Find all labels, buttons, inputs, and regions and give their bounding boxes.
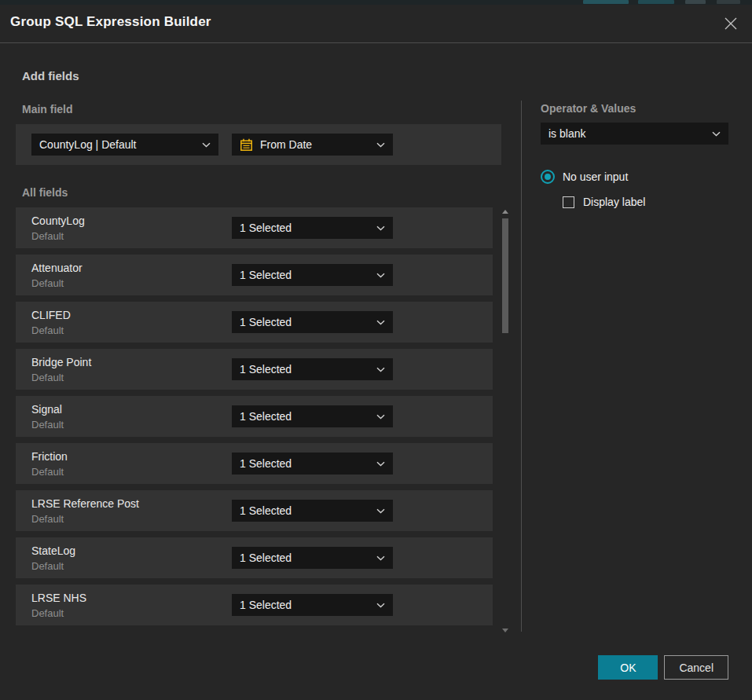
calendar-icon: [240, 138, 253, 152]
main-field-source-select[interactable]: CountyLog | Default: [31, 134, 218, 156]
field-row-select-value: 1 Selected: [240, 504, 370, 517]
field-row: Bridge Point Default 1 Selected: [16, 349, 493, 390]
field-row: StateLog Default 1 Selected: [16, 537, 493, 578]
chevron-down-icon: [376, 508, 385, 514]
main-field-row: CountyLog | Default From Date: [16, 124, 501, 165]
background-app-fragment: [638, 0, 674, 4]
dialog-title: Group SQL Expression Builder: [10, 14, 211, 30]
field-row-title: Attenuator: [31, 262, 83, 274]
field-row-select-value: 1 Selected: [240, 552, 370, 564]
field-row-select-value: 1 Selected: [240, 457, 370, 470]
field-row: LRSE NHS Default 1 Selected: [16, 585, 493, 625]
field-row-select[interactable]: 1 Selected: [232, 500, 393, 522]
scrollbar-down-arrow-icon[interactable]: [502, 629, 508, 632]
field-row: CLIFED Default 1 Selected: [16, 302, 493, 343]
close-icon: [724, 16, 738, 31]
field-row: LRSE Reference Post Default 1 Selected: [16, 490, 493, 531]
field-row-subtitle: Default: [31, 607, 64, 619]
main-field-field-select[interactable]: From Date: [232, 134, 393, 156]
field-row-subtitle: Default: [31, 277, 64, 289]
field-row-title: CountyLog: [31, 214, 85, 227]
background-app-fragment: [583, 0, 629, 4]
field-row-select-value: 1 Selected: [240, 410, 370, 423]
field-row-subtitle: Default: [31, 372, 64, 383]
background-app-fragment: [717, 0, 740, 4]
field-row-select-value: 1 Selected: [240, 599, 370, 611]
checkbox-icon: [563, 196, 574, 208]
field-row-title: StateLog: [31, 544, 75, 557]
field-row-select[interactable]: 1 Selected: [232, 594, 393, 616]
field-row-title: Friction: [31, 450, 68, 463]
field-row-select-value: 1 Selected: [240, 316, 370, 328]
chevron-down-icon: [376, 320, 385, 325]
field-row: Friction Default 1 Selected: [16, 443, 493, 484]
field-row-select[interactable]: 1 Selected: [232, 264, 393, 286]
display-label-label: Display label: [583, 196, 645, 208]
chevron-down-icon: [376, 225, 385, 231]
field-row-select[interactable]: 1 Selected: [232, 311, 393, 333]
chevron-down-icon: [376, 367, 385, 372]
no-user-input-radio[interactable]: No user input: [541, 170, 628, 184]
chevron-down-icon: [202, 142, 211, 148]
operator-select[interactable]: is blank: [541, 123, 728, 145]
all-fields-scrollbar[interactable]: [500, 207, 511, 633]
scrollbar-thumb[interactable]: [502, 218, 508, 333]
no-user-input-label: No user input: [563, 170, 628, 183]
field-row-subtitle: Default: [31, 324, 64, 336]
main-field-label: Main field: [22, 103, 73, 115]
screen: Group SQL Expression Builder Add fields …: [0, 0, 752, 700]
all-fields-label: All fields: [22, 186, 68, 199]
operator-values-heading: Operator & Values: [541, 102, 636, 115]
field-row-select-value: 1 Selected: [240, 222, 370, 234]
field-row-subtitle: Default: [31, 560, 64, 572]
field-row-select[interactable]: 1 Selected: [232, 217, 393, 239]
radio-icon: [541, 170, 555, 184]
field-row-subtitle: Default: [31, 466, 64, 478]
field-row: CountyLog Default 1 Selected: [16, 207, 493, 248]
field-row-select-value: 1 Selected: [240, 363, 370, 376]
field-row-subtitle: Default: [31, 230, 64, 242]
field-row-select[interactable]: 1 Selected: [232, 405, 393, 427]
field-row: Signal Default 1 Selected: [16, 396, 493, 437]
cancel-button[interactable]: Cancel: [664, 655, 728, 680]
chevron-down-icon: [376, 555, 385, 561]
chevron-down-icon: [376, 461, 385, 467]
field-row-title: CLIFED: [31, 309, 71, 321]
dialog-footer: OK Cancel: [598, 655, 728, 680]
close-button[interactable]: [719, 12, 743, 35]
chevron-down-icon: [376, 414, 385, 420]
field-row-title: LRSE NHS: [31, 592, 86, 604]
main-field-source-value: CountyLog | Default: [39, 138, 196, 151]
chevron-down-icon: [712, 131, 721, 137]
field-row-title: Bridge Point: [31, 356, 91, 368]
field-row-title: LRSE Reference Post: [31, 497, 139, 510]
field-row-title: Signal: [31, 403, 62, 416]
panel-divider: [521, 101, 522, 632]
display-label-checkbox[interactable]: Display label: [563, 196, 645, 208]
field-row-subtitle: Default: [31, 419, 64, 431]
ok-button[interactable]: OK: [598, 655, 658, 680]
chevron-down-icon: [376, 603, 385, 608]
field-row-select[interactable]: 1 Selected: [232, 547, 393, 569]
field-row-select[interactable]: 1 Selected: [232, 358, 393, 380]
operator-select-value: is blank: [548, 127, 706, 140]
field-row-subtitle: Default: [31, 513, 64, 525]
scrollbar-up-arrow-icon[interactable]: [502, 210, 508, 214]
field-row-select[interactable]: 1 Selected: [232, 453, 393, 475]
main-field-field-value: From Date: [260, 138, 370, 151]
field-row-select-value: 1 Selected: [240, 269, 370, 281]
chevron-down-icon: [376, 142, 385, 148]
background-app-fragment: [685, 0, 706, 4]
field-row: Attenuator Default 1 Selected: [16, 255, 493, 295]
chevron-down-icon: [376, 273, 385, 278]
add-fields-heading: Add fields: [22, 69, 79, 82]
all-fields-list: CountyLog Default 1 Selected Attenuator …: [16, 207, 493, 632]
group-sql-expression-builder-dialog: Group SQL Expression Builder Add fields …: [0, 5, 752, 700]
dialog-titlebar: Group SQL Expression Builder: [0, 5, 752, 43]
